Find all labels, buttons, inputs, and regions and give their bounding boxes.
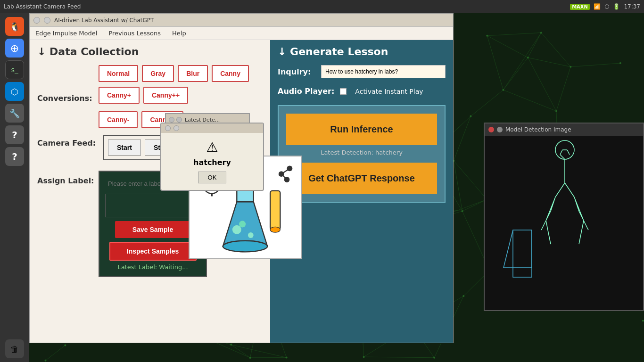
inquiry-label: Inquiry: <box>278 67 315 76</box>
model-title-text: Model Detection Image <box>505 126 571 133</box>
model-detection-window: Model Detection Image <box>484 123 644 311</box>
svg-point-5 <box>239 221 246 227</box>
model-titlebar: Model Detection Image <box>485 123 643 136</box>
svg-point-7 <box>270 227 280 232</box>
vscode-icon[interactable]: ⬡ <box>5 82 24 101</box>
bluetooth-icon: ⬡ <box>604 3 609 10</box>
window-title: AI-driven Lab Assistant w/ ChatGPT <box>54 17 154 24</box>
latest-detection-text: Latest Detection: hatchery <box>286 149 437 156</box>
model-min-dot[interactable] <box>497 127 503 132</box>
svg-line-18 <box>281 174 287 180</box>
assign-label: Assign Label: <box>37 176 99 185</box>
ld-min-dot[interactable] <box>176 117 182 123</box>
taskbar: Lab Assistant Camera Feed MAXN 📶 ⬡ 🔋 17:… <box>0 0 644 13</box>
dialog-titlebar <box>161 123 263 133</box>
minimize-btn[interactable] <box>44 17 50 24</box>
ubuntu-icon[interactable]: 🐧 <box>5 17 24 36</box>
filter-canny[interactable]: Canny <box>212 65 249 82</box>
ld-dots <box>169 117 182 123</box>
close-btn[interactable] <box>33 17 40 24</box>
audio-player-label: Audio Player: <box>278 87 334 96</box>
svg-point-3 <box>232 225 241 234</box>
trash-icon[interactable]: 🗑 <box>5 339 24 358</box>
chrome-icon[interactable]: ⊕ <box>5 39 24 58</box>
menubar: Edge Impulse Model Previous Lessons Help <box>30 27 453 40</box>
dialog-title-text: hatchery <box>168 158 256 167</box>
svg-rect-6 <box>270 191 280 230</box>
inspect-samples-button[interactable]: Inspect Samples <box>109 242 197 261</box>
activate-text: Activate Instant Play <box>355 88 423 95</box>
data-collection-title: ↓ Data Collection <box>37 46 263 58</box>
svg-point-4 <box>248 232 254 238</box>
activate-checkbox[interactable] <box>340 88 347 95</box>
inference-box: Run Inference Latest Detection: hatchery… <box>278 105 446 203</box>
camera-feed-label: Camera Feed: <box>37 139 99 148</box>
help1-icon[interactable]: ? <box>5 125 24 144</box>
audio-row: Audio Player: Activate Instant Play <box>278 87 446 96</box>
taskbar-right: MAXN 📶 ⬡ 🔋 17:37 <box>570 3 640 10</box>
dialog-warning-icon: ⚠ <box>168 140 256 155</box>
start-button[interactable]: Start <box>108 140 141 156</box>
latest-det-title: Latest Dete... <box>185 117 220 123</box>
menu-previous-lessons[interactable]: Previous Lessons <box>107 29 163 38</box>
window-titlebar: AI-driven Lab Assistant w/ ChatGPT <box>30 14 453 27</box>
filter-normal[interactable]: Normal <box>99 65 138 82</box>
nvidia-icon: MAXN <box>570 4 590 10</box>
inquiry-input[interactable] <box>321 65 446 78</box>
filter-blur[interactable]: Blur <box>178 65 208 82</box>
latest-label-text: Latest Label: Waiting... <box>105 263 200 271</box>
generate-lesson-title: ↓ Generate Lesson <box>278 46 446 58</box>
model-canvas <box>485 136 643 310</box>
wrench-icon[interactable]: 🔧 <box>5 104 24 123</box>
terminal-icon[interactable]: $_ <box>5 60 24 79</box>
filter-canny-plus[interactable]: Canny+ <box>99 87 140 104</box>
svg-line-17 <box>281 168 290 174</box>
label-textarea-area <box>105 194 200 217</box>
dialog-ok-button[interactable]: OK <box>198 172 227 183</box>
clock: 17:37 <box>624 3 640 10</box>
filter-row-1: Normal Gray Blur Canny <box>99 65 263 82</box>
filter-row-2: Canny+ Canny++ <box>99 87 188 104</box>
run-inference-button[interactable]: Run Inference <box>286 114 437 145</box>
ld-close-dot[interactable] <box>169 117 174 123</box>
sidebar: 🐧 ⊕ $_ ⬡ 🔧 ? ? 🗑 <box>0 13 29 362</box>
svg-point-2 <box>223 241 267 252</box>
chatgpt-response-button[interactable]: Get ChatGPT Response <box>286 163 437 194</box>
taskbar-title: Lab Assistant Camera Feed <box>4 3 570 10</box>
dialog-content: ⚠ hatchery OK <box>161 133 263 190</box>
filter-canny-minus[interactable]: Canny- <box>99 111 138 128</box>
save-sample-button[interactable]: Save Sample <box>115 221 190 238</box>
dialog-min-dot[interactable] <box>173 125 179 131</box>
wifi-icon: 📶 <box>594 3 601 10</box>
filter-canny-plusplus[interactable]: Canny++ <box>143 87 188 104</box>
menu-edge-impulse[interactable]: Edge Impulse Model <box>33 29 99 38</box>
menu-help[interactable]: Help <box>170 29 188 38</box>
battery-icon: 🔋 <box>613 3 620 10</box>
model-close-dot[interactable] <box>488 127 494 132</box>
conversions-label: Conversions: <box>37 94 99 103</box>
hatchery-dialog: ⚠ hatchery OK <box>160 123 264 191</box>
inquiry-row: Inquiry: <box>278 65 446 78</box>
help2-icon[interactable]: ? <box>5 147 24 166</box>
filter-gray[interactable]: Gray <box>142 65 174 82</box>
dialog-close-dot[interactable] <box>165 125 171 131</box>
